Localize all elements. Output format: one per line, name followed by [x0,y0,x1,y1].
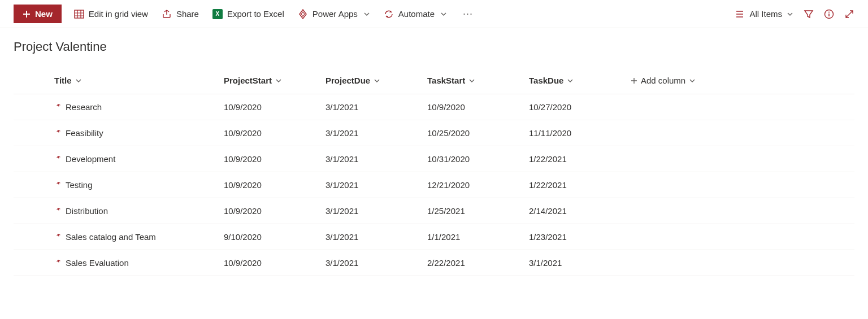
new-button-label: New [35,9,53,19]
power-apps-icon [298,9,308,19]
share-label: Share [176,9,199,19]
share-icon [162,9,172,19]
add-column-button[interactable]: Add column [631,76,696,85]
automate-button[interactable]: Automate [383,7,448,21]
row-project-due: 3/1/2021 [326,102,358,112]
table-row[interactable]: Distribution10/9/20203/1/20211/25/20212/… [14,198,854,224]
more-actions-button[interactable]: ··· [459,8,476,20]
column-header-title-label: Title [54,76,72,85]
row-project-start: 10/9/2020 [224,180,262,190]
row-project-due: 3/1/2021 [326,258,358,268]
power-apps-label: Power Apps [313,9,358,19]
row-project-start: 10/9/2020 [224,154,262,164]
table-row[interactable]: Sales Evaluation10/9/20203/1/20212/22/20… [14,250,854,276]
list-title: Project Valentine [14,40,854,54]
list-table: Title ProjectStart [14,70,854,276]
automate-label: Automate [398,9,435,19]
chevron-down-icon [275,77,282,84]
row-task-start: 2/22/2021 [427,258,465,268]
row-title: Sales catalog and Team [66,232,156,242]
row-task-due: 2/14/2021 [529,206,567,216]
column-header-project-start[interactable]: ProjectStart [224,76,282,85]
row-title: Development [66,154,115,164]
chevron-down-icon [374,77,380,84]
row-project-start: 9/10/2020 [224,232,262,242]
row-project-due: 3/1/2021 [326,232,358,242]
column-header-title[interactable]: Title [54,76,82,85]
svg-rect-0 [75,10,84,18]
item-type-icon [54,233,62,240]
edit-grid-label: Edit in grid view [89,9,148,19]
column-header-project-start-label: ProjectStart [224,76,272,85]
row-project-due: 3/1/2021 [326,206,358,216]
table-row[interactable]: Sales catalog and Team9/10/20203/1/20211… [14,224,854,250]
chevron-down-icon [567,77,574,84]
column-header-project-due[interactable]: ProjectDue [326,76,380,85]
row-project-start: 10/9/2020 [224,206,262,216]
row-task-due: 1/22/2021 [529,180,567,190]
svg-point-2 [828,11,830,12]
row-task-due: 1/22/2021 [529,154,567,164]
chevron-down-icon [689,77,696,84]
column-header-task-due[interactable]: TaskDue [529,76,574,85]
row-task-due: 1/23/2021 [529,232,567,242]
info-icon[interactable] [824,9,834,19]
excel-icon: X [212,9,223,19]
column-header-task-due-label: TaskDue [529,76,563,85]
filter-icon[interactable] [804,9,814,19]
export-excel-button[interactable]: X Export to Excel [211,7,285,21]
plus-icon [631,77,637,84]
column-header-task-start-label: TaskStart [427,76,465,85]
row-task-start: 12/21/2020 [427,180,470,190]
row-title: Testing [66,180,93,190]
row-project-due: 3/1/2021 [326,128,358,138]
chevron-down-icon [363,11,370,18]
item-type-icon [54,103,62,110]
item-type-icon [54,181,62,188]
chevron-down-icon [75,77,82,84]
row-task-due: 10/27/2020 [529,102,571,112]
row-task-due: 3/1/2021 [529,258,562,268]
plus-icon [23,10,31,18]
row-task-start: 1/25/2021 [427,206,465,216]
row-task-due: 11/11/2020 [529,128,571,138]
row-title: Distribution [66,206,108,216]
row-title: Research [66,102,102,112]
automate-icon [384,9,394,19]
list-view-icon [735,9,745,19]
item-type-icon [54,259,62,266]
table-row[interactable]: Feasibility10/9/20203/1/202110/25/202011… [14,120,854,146]
view-switcher[interactable]: All Items [735,9,793,19]
row-task-start: 1/1/2021 [427,232,460,242]
column-header-task-start[interactable]: TaskStart [427,76,475,85]
row-task-start: 10/9/2020 [427,102,465,112]
expand-icon[interactable] [844,9,854,19]
command-bar: New Edit in grid view Share X Export to … [0,0,868,28]
table-row[interactable]: Testing10/9/20203/1/202112/21/20201/22/2… [14,172,854,198]
view-label: All Items [749,9,782,19]
add-column-label: Add column [641,76,685,85]
row-project-start: 10/9/2020 [224,128,262,138]
share-button[interactable]: Share [160,7,200,21]
table-row[interactable]: Research10/9/20203/1/202110/9/202010/27/… [14,94,854,120]
new-button[interactable]: New [14,5,62,23]
row-title: Feasibility [66,128,103,138]
chevron-down-icon [787,11,793,18]
edit-grid-button[interactable]: Edit in grid view [73,7,149,21]
row-title: Sales Evaluation [66,258,129,268]
row-project-due: 3/1/2021 [326,180,358,190]
row-task-start: 10/25/2020 [427,128,470,138]
item-type-icon [54,129,62,136]
row-project-start: 10/9/2020 [224,102,262,112]
row-task-start: 10/31/2020 [427,154,470,164]
command-bar-right: All Items [735,9,854,19]
power-apps-button[interactable]: Power Apps [297,7,371,21]
column-header-project-due-label: ProjectDue [326,76,370,85]
export-excel-label: Export to Excel [227,9,284,19]
table-row[interactable]: Development10/9/20203/1/202110/31/20201/… [14,146,854,172]
chevron-down-icon [440,11,447,18]
row-project-due: 3/1/2021 [326,154,358,164]
item-type-icon [54,207,62,214]
row-project-start: 10/9/2020 [224,258,262,268]
item-type-icon [54,155,62,162]
